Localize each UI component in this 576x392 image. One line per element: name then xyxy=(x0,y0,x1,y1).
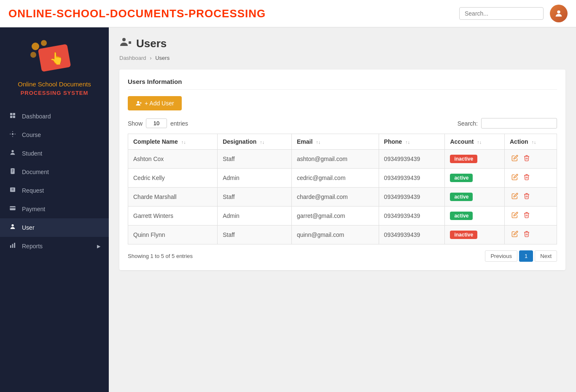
sidebar-item-request[interactable]: Request xyxy=(0,181,109,200)
sidebar-item-label-user: User xyxy=(22,224,100,231)
cell-phone: 09349939439 xyxy=(379,150,445,169)
col-header-email[interactable]: Email ↑↓ xyxy=(291,134,379,150)
svg-rect-7 xyxy=(13,113,15,115)
dashboard-icon xyxy=(8,112,17,121)
sidebar-item-label-reports: Reports xyxy=(22,243,92,250)
sidebar-item-label-dashboard: Dashboard xyxy=(22,113,100,120)
sidebar-item-dashboard[interactable]: Dashboard xyxy=(0,107,109,126)
sidebar-item-document[interactable]: Document xyxy=(0,163,109,181)
cell-account: active xyxy=(445,207,505,226)
svg-point-10 xyxy=(12,133,13,135)
breadcrumb-home[interactable]: Dashboard xyxy=(119,55,146,61)
table-row: Quinn Flynn Staff quinn@gmail.com 093499… xyxy=(128,226,557,244)
cell-action xyxy=(505,226,557,244)
delete-button[interactable] xyxy=(522,211,532,221)
cell-designation: Staff xyxy=(218,188,292,207)
chevron-right-icon: ▶ xyxy=(97,244,100,249)
col-header-account[interactable]: Account ↑↓ xyxy=(445,134,505,150)
entries-input[interactable] xyxy=(146,118,167,128)
cell-email: quinn@gmail.com xyxy=(291,226,379,244)
cell-account: inactive xyxy=(445,226,505,244)
page-title: Users xyxy=(136,37,167,50)
sidebar-item-student[interactable]: Student xyxy=(0,144,109,163)
status-badge: active xyxy=(450,193,473,201)
sidebar: 👆 Online School Documents PROCESSING SYS… xyxy=(0,27,109,392)
svg-point-0 xyxy=(557,11,560,13)
sidebar-item-label-student: Student xyxy=(22,150,100,157)
table-footer: Showing 1 to 5 of 5 entries Previous 1 N… xyxy=(128,250,557,262)
svg-rect-6 xyxy=(10,113,12,115)
sidebar-item-label-course: Course xyxy=(22,132,100,138)
breadcrumb: Dashboard › Users xyxy=(119,55,565,61)
cell-name: Charde Marshall xyxy=(128,188,218,207)
app-title: ONLINE-SCHOOL-DOCUMENTS-PROCESSING xyxy=(8,7,266,20)
col-header-phone[interactable]: Phone ↑↓ xyxy=(379,134,445,150)
student-icon xyxy=(8,149,17,158)
cell-action xyxy=(505,207,557,226)
document-icon xyxy=(8,168,17,176)
header-search-input[interactable] xyxy=(459,7,544,20)
avatar[interactable] xyxy=(550,5,568,22)
sidebar-item-course[interactable]: Course xyxy=(0,126,109,144)
cell-name: Cedric Kelly xyxy=(128,169,218,188)
header-right xyxy=(459,5,568,22)
delete-button[interactable] xyxy=(522,230,532,240)
table-row: Ashton Cox Staff ashton@gmail.com 093499… xyxy=(128,150,557,169)
sidebar-item-label-request: Request xyxy=(22,187,100,194)
table-row: Cedric Kelly Admin cedric@gmail.com 0934… xyxy=(128,169,557,188)
status-badge: inactive xyxy=(450,231,477,239)
svg-rect-12 xyxy=(11,169,14,174)
edit-button[interactable] xyxy=(510,230,520,240)
cell-email: ashton@gmail.com xyxy=(291,150,379,169)
edit-button[interactable] xyxy=(510,154,520,164)
cell-action xyxy=(505,169,557,188)
delete-button[interactable] xyxy=(522,173,532,183)
svg-point-21 xyxy=(11,224,13,226)
table-row: Charde Marshall Staff charde@gmail.com 0… xyxy=(128,188,557,207)
pagination: Previous 1 Next xyxy=(485,250,557,262)
cell-phone: 09349939439 xyxy=(379,188,445,207)
status-badge: active xyxy=(450,174,473,182)
edit-button[interactable] xyxy=(510,211,520,221)
table-row: Garrett Winters Admin garret@gmail.com 0… xyxy=(128,207,557,226)
main-content: Users Dashboard › Users Users Informatio… xyxy=(109,27,576,392)
sidebar-item-payment[interactable]: Payment xyxy=(0,200,109,218)
sidebar-item-user[interactable]: User xyxy=(0,218,109,237)
edit-button[interactable] xyxy=(510,192,520,202)
add-user-button[interactable]: + Add User xyxy=(128,96,182,110)
users-card: Users Information + Add User Show entrie… xyxy=(119,70,565,270)
page-1-button[interactable]: 1 xyxy=(519,250,533,262)
cell-name: Ashton Cox xyxy=(128,150,218,169)
col-header-action[interactable]: Action ↑↓ xyxy=(505,134,557,150)
cell-account: active xyxy=(445,169,505,188)
course-icon xyxy=(8,131,17,139)
delete-button[interactable] xyxy=(522,192,532,202)
col-header-name[interactable]: Complete Name ↑↓ xyxy=(128,134,218,150)
status-badge: inactive xyxy=(450,155,477,163)
prev-button[interactable]: Previous xyxy=(485,250,517,262)
svg-rect-20 xyxy=(10,207,15,208)
sort-icon-phone: ↑↓ xyxy=(405,140,410,145)
sidebar-nav: Dashboard Course Student D xyxy=(0,103,109,260)
cell-email: garret@gmail.com xyxy=(291,207,379,226)
svg-rect-16 xyxy=(10,188,15,192)
cell-email: charde@gmail.com xyxy=(291,188,379,207)
cell-phone: 09349939439 xyxy=(379,207,445,226)
page-header: Users xyxy=(119,36,565,51)
search-label: Search: xyxy=(458,120,478,127)
table-search-input[interactable] xyxy=(481,118,557,129)
card-title: Users Information xyxy=(128,78,557,90)
sort-icon-account: ↑↓ xyxy=(477,140,482,145)
svg-point-11 xyxy=(11,150,13,152)
col-header-designation[interactable]: Designation ↑↓ xyxy=(218,134,292,150)
svg-rect-8 xyxy=(10,116,12,118)
svg-point-1 xyxy=(32,43,39,50)
edit-button[interactable] xyxy=(510,173,520,183)
cell-name: Quinn Flynn xyxy=(128,226,218,244)
next-button[interactable]: Next xyxy=(535,250,557,262)
cell-account: inactive xyxy=(445,150,505,169)
sidebar-item-label-payment: Payment xyxy=(22,206,100,212)
sidebar-item-reports[interactable]: Reports ▶ xyxy=(0,237,109,255)
delete-button[interactable] xyxy=(522,154,532,164)
svg-point-3 xyxy=(30,52,36,58)
